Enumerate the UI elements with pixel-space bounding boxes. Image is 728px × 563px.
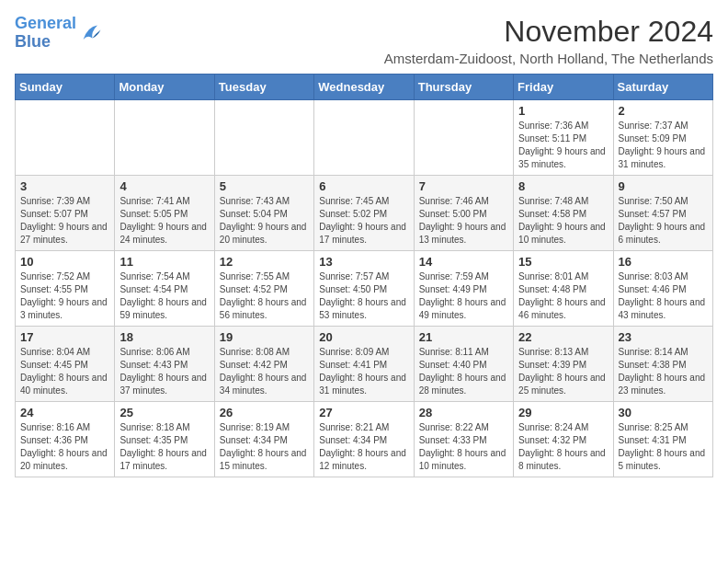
calendar-cell: 27Sunrise: 8:21 AM Sunset: 4:34 PM Dayli… [314, 402, 414, 477]
calendar-cell: 15Sunrise: 8:01 AM Sunset: 4:48 PM Dayli… [514, 251, 613, 327]
calendar-cell: 19Sunrise: 8:08 AM Sunset: 4:42 PM Dayli… [214, 327, 313, 402]
calendar-cell: 18Sunrise: 8:06 AM Sunset: 4:43 PM Dayli… [115, 327, 214, 402]
calendar-cell [16, 100, 115, 176]
day-info: Sunrise: 7:37 AM Sunset: 5:09 PM Dayligh… [619, 120, 708, 171]
day-number: 23 [619, 330, 708, 344]
calendar-cell: 9Sunrise: 7:50 AM Sunset: 4:57 PM Daylig… [613, 176, 712, 251]
calendar-cell: 16Sunrise: 8:03 AM Sunset: 4:46 PM Dayli… [613, 251, 712, 327]
main-title: November 2024 [384, 15, 713, 49]
calendar-cell: 14Sunrise: 7:59 AM Sunset: 4:49 PM Dayli… [414, 251, 513, 327]
day-number: 14 [419, 255, 508, 269]
day-info: Sunrise: 8:08 AM Sunset: 4:42 PM Dayligh… [220, 346, 309, 397]
day-info: Sunrise: 8:24 AM Sunset: 4:32 PM Dayligh… [518, 421, 608, 473]
calendar-cell: 11Sunrise: 7:54 AM Sunset: 4:54 PM Dayli… [115, 251, 214, 327]
page-header: General Blue November 2024 Amsterdam-Zui… [15, 15, 713, 66]
calendar-cell: 3Sunrise: 7:39 AM Sunset: 5:07 PM Daylig… [16, 176, 115, 251]
day-number: 21 [419, 330, 508, 344]
calendar-cell: 13Sunrise: 7:57 AM Sunset: 4:50 PM Dayli… [314, 251, 414, 327]
day-info: Sunrise: 7:41 AM Sunset: 5:05 PM Dayligh… [119, 195, 209, 247]
calendar-cell: 21Sunrise: 8:11 AM Sunset: 4:40 PM Dayli… [414, 327, 513, 402]
day-number: 17 [20, 330, 109, 344]
calendar-week-4: 17Sunrise: 8:04 AM Sunset: 4:45 PM Dayli… [16, 327, 713, 402]
day-info: Sunrise: 8:03 AM Sunset: 4:46 PM Dayligh… [619, 270, 708, 322]
day-info: Sunrise: 7:43 AM Sunset: 5:04 PM Dayligh… [220, 195, 309, 247]
calendar-cell: 24Sunrise: 8:16 AM Sunset: 4:36 PM Dayli… [16, 402, 115, 477]
day-number: 28 [419, 406, 508, 419]
calendar-cell: 20Sunrise: 8:09 AM Sunset: 4:41 PM Dayli… [314, 327, 414, 402]
calendar-cell [314, 100, 414, 176]
calendar-week-5: 24Sunrise: 8:16 AM Sunset: 4:36 PM Dayli… [16, 402, 713, 477]
calendar-cell: 4Sunrise: 7:41 AM Sunset: 5:05 PM Daylig… [115, 176, 214, 251]
day-info: Sunrise: 8:14 AM Sunset: 4:38 PM Dayligh… [619, 346, 708, 397]
day-number: 29 [518, 406, 608, 419]
day-number: 15 [518, 255, 608, 269]
calendar-cell: 7Sunrise: 7:46 AM Sunset: 5:00 PM Daylig… [414, 176, 513, 251]
calendar-cell [414, 100, 513, 176]
calendar-cell [214, 100, 313, 176]
calendar-cell: 5Sunrise: 7:43 AM Sunset: 5:04 PM Daylig… [214, 176, 313, 251]
calendar-week-3: 10Sunrise: 7:52 AM Sunset: 4:55 PM Dayli… [16, 251, 713, 327]
day-number: 19 [220, 330, 309, 344]
calendar-cell: 26Sunrise: 8:19 AM Sunset: 4:34 PM Dayli… [214, 402, 313, 477]
calendar-cell: 2Sunrise: 7:37 AM Sunset: 5:09 PM Daylig… [613, 100, 712, 176]
header-day-thursday: Thursday [414, 75, 513, 100]
day-info: Sunrise: 7:59 AM Sunset: 4:49 PM Dayligh… [419, 270, 508, 322]
day-number: 30 [619, 406, 708, 419]
title-block: November 2024 Amsterdam-Zuidoost, North … [384, 15, 713, 66]
day-number: 2 [619, 104, 708, 118]
day-number: 11 [119, 255, 209, 269]
calendar-cell: 28Sunrise: 8:22 AM Sunset: 4:33 PM Dayli… [414, 402, 513, 477]
day-info: Sunrise: 8:13 AM Sunset: 4:39 PM Dayligh… [518, 346, 608, 397]
day-number: 24 [20, 406, 109, 419]
day-number: 12 [220, 255, 309, 269]
day-number: 20 [319, 330, 408, 344]
day-number: 10 [20, 255, 109, 269]
day-number: 22 [518, 330, 608, 344]
day-info: Sunrise: 8:25 AM Sunset: 4:31 PM Dayligh… [619, 421, 708, 473]
day-number: 8 [518, 179, 608, 193]
day-info: Sunrise: 8:18 AM Sunset: 4:35 PM Dayligh… [119, 421, 209, 473]
calendar-header: SundayMondayTuesdayWednesdayThursdayFrid… [16, 75, 713, 100]
header-day-saturday: Saturday [613, 75, 712, 100]
day-number: 13 [319, 255, 408, 269]
header-day-sunday: Sunday [16, 75, 115, 100]
day-number: 6 [319, 179, 408, 193]
day-info: Sunrise: 7:52 AM Sunset: 4:55 PM Dayligh… [20, 270, 109, 322]
day-number: 16 [619, 255, 708, 269]
calendar-cell: 22Sunrise: 8:13 AM Sunset: 4:39 PM Dayli… [514, 327, 613, 402]
calendar-table: SundayMondayTuesdayWednesdayThursdayFrid… [15, 74, 713, 477]
day-number: 27 [319, 406, 408, 419]
subtitle: Amsterdam-Zuidoost, North Holland, The N… [384, 51, 713, 66]
header-day-monday: Monday [115, 75, 214, 100]
day-number: 5 [220, 179, 309, 193]
day-info: Sunrise: 8:19 AM Sunset: 4:34 PM Dayligh… [220, 421, 309, 473]
calendar-cell: 6Sunrise: 7:45 AM Sunset: 5:02 PM Daylig… [314, 176, 414, 251]
day-info: Sunrise: 7:36 AM Sunset: 5:11 PM Dayligh… [518, 120, 608, 171]
calendar-cell: 1Sunrise: 7:36 AM Sunset: 5:11 PM Daylig… [514, 100, 613, 176]
header-day-tuesday: Tuesday [214, 75, 313, 100]
header-row: SundayMondayTuesdayWednesdayThursdayFrid… [16, 75, 713, 100]
day-info: Sunrise: 8:11 AM Sunset: 4:40 PM Dayligh… [419, 346, 508, 397]
calendar-cell: 23Sunrise: 8:14 AM Sunset: 4:38 PM Dayli… [613, 327, 712, 402]
day-info: Sunrise: 8:06 AM Sunset: 4:43 PM Dayligh… [119, 346, 209, 397]
day-info: Sunrise: 7:55 AM Sunset: 4:52 PM Dayligh… [220, 270, 309, 322]
day-number: 4 [119, 179, 209, 193]
day-info: Sunrise: 7:46 AM Sunset: 5:00 PM Dayligh… [419, 195, 508, 247]
calendar-cell: 17Sunrise: 8:04 AM Sunset: 4:45 PM Dayli… [16, 327, 115, 402]
day-info: Sunrise: 7:57 AM Sunset: 4:50 PM Dayligh… [319, 270, 408, 322]
calendar-cell: 30Sunrise: 8:25 AM Sunset: 4:31 PM Dayli… [613, 402, 712, 477]
day-info: Sunrise: 7:45 AM Sunset: 5:02 PM Dayligh… [319, 195, 408, 247]
calendar-cell [115, 100, 214, 176]
day-info: Sunrise: 7:39 AM Sunset: 5:07 PM Dayligh… [20, 195, 109, 247]
logo-bird-icon [78, 20, 104, 46]
day-info: Sunrise: 8:16 AM Sunset: 4:36 PM Dayligh… [20, 421, 109, 473]
day-info: Sunrise: 8:21 AM Sunset: 4:34 PM Dayligh… [319, 421, 408, 473]
day-info: Sunrise: 7:50 AM Sunset: 4:57 PM Dayligh… [619, 195, 708, 247]
calendar-body: 1Sunrise: 7:36 AM Sunset: 5:11 PM Daylig… [16, 100, 713, 477]
day-info: Sunrise: 8:09 AM Sunset: 4:41 PM Dayligh… [319, 346, 408, 397]
day-number: 1 [518, 104, 608, 118]
calendar-cell: 25Sunrise: 8:18 AM Sunset: 4:35 PM Dayli… [115, 402, 214, 477]
calendar-cell: 29Sunrise: 8:24 AM Sunset: 4:32 PM Dayli… [514, 402, 613, 477]
day-number: 7 [419, 179, 508, 193]
calendar-cell: 10Sunrise: 7:52 AM Sunset: 4:55 PM Dayli… [16, 251, 115, 327]
